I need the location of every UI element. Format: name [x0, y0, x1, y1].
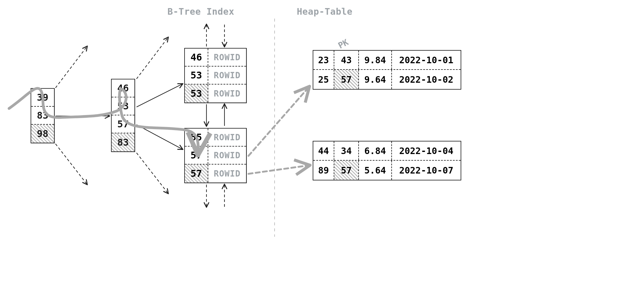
heap-lower-r1-c2: 5.64 [359, 161, 392, 180]
leaf-lower-rid-1: ROWID [208, 147, 246, 164]
heap-lower-r0-c3: 2022-10-04 [392, 141, 461, 160]
heap-upper-r0-c3: 2022-10-01 [392, 51, 461, 69]
btree-root-node: 39 83 98 [31, 88, 55, 143]
heap-lower-row-0: 44 34 6.84 2022-10-04 [313, 141, 461, 161]
heap-lower-r1-c0: 89 [313, 161, 334, 180]
arrow-icon [137, 37, 168, 79]
leaf-upper-row-0: 46 ROWID [185, 49, 246, 67]
heap-lower-r0-c1: 34 [334, 141, 359, 160]
heap-lower-r1-c1: 57 [334, 161, 359, 180]
arrow-icon [137, 153, 168, 193]
heap-block-upper: 23 43 9.84 2022-10-01 25 57 9.64 2022-10… [313, 50, 461, 90]
root-cell-1: 83 [31, 107, 54, 125]
heap-upper-r0-c1: 43 [334, 51, 359, 69]
leaf-upper-key-0: 46 [185, 49, 208, 66]
leaf-lower-key-1: 57 [185, 147, 208, 164]
arrow-icon [137, 84, 182, 107]
btree-leaf-upper: 46 ROWID 53 ROWID 53 ROWID [184, 48, 247, 103]
heap-upper-r1-c0: 25 [313, 70, 334, 89]
leaf-lower-row-0: 55 ROWID [185, 129, 246, 147]
leaf-upper-rid-2: ROWID [208, 85, 246, 102]
leaf-upper-rid-0: ROWID [208, 49, 246, 66]
heap-lower-r0-c2: 6.84 [359, 141, 392, 160]
rowid-pointer-icon [248, 88, 308, 156]
heap-upper-row-0: 23 43 9.84 2022-10-01 [313, 51, 461, 70]
heap-upper-r1-c3: 2022-10-02 [392, 70, 461, 89]
heap-upper-r0-c0: 23 [313, 51, 334, 69]
leaf-upper-row-1: 53 ROWID [185, 67, 246, 85]
leaf-lower-row-1: 57 ROWID [185, 147, 246, 165]
branch-cell-3: 83 [112, 133, 134, 151]
heap-lower-row-1: 89 57 5.64 2022-10-07 [313, 161, 461, 180]
heap-upper-r0-c2: 9.84 [359, 51, 392, 69]
root-cell-0: 39 [31, 89, 54, 107]
btree-branch-node: 46 53 57 83 [111, 79, 135, 152]
btree-leaf-lower: 55 ROWID 57 ROWID 57 ROWID [184, 128, 247, 183]
leaf-upper-key-2: 53 [185, 85, 208, 102]
leaf-lower-key-2: 57 [185, 165, 208, 183]
heap-lower-r0-c0: 44 [313, 141, 334, 160]
leaf-lower-rid-2: ROWID [208, 165, 246, 183]
leaf-upper-key-1: 53 [185, 67, 208, 84]
heap-block-lower: 44 34 6.84 2022-10-04 89 57 5.64 2022-10… [313, 141, 461, 180]
leaf-lower-rid-0: ROWID [208, 129, 246, 146]
leaf-lower-key-0: 55 [185, 129, 208, 146]
pk-label: PK [336, 37, 350, 51]
heap-title: Heap-Table [297, 6, 353, 17]
leaf-lower-row-2: 57 ROWID [185, 165, 246, 183]
heap-lower-r1-c3: 2022-10-07 [392, 161, 461, 180]
leaf-upper-row-2: 53 ROWID [185, 85, 246, 102]
arrow-icon [56, 46, 87, 88]
branch-cell-0: 46 [112, 79, 134, 97]
branch-cell-1: 53 [112, 97, 134, 115]
leaf-upper-rid-1: ROWID [208, 67, 246, 84]
root-cell-2: 98 [31, 125, 54, 143]
heap-upper-r1-c1: 57 [334, 70, 359, 89]
arrow-icon [137, 125, 182, 149]
heap-upper-r1-c2: 9.64 [359, 70, 392, 89]
btree-title: B-Tree Index [167, 6, 234, 17]
rowid-pointer-icon [248, 165, 308, 174]
diagram-stage: B-Tree Index Heap-Table PK 39 83 98 46 5… [0, 0, 644, 297]
heap-upper-row-1: 25 57 9.64 2022-10-02 [313, 70, 461, 89]
branch-cell-2: 57 [112, 115, 134, 133]
arrow-icon [56, 144, 87, 184]
